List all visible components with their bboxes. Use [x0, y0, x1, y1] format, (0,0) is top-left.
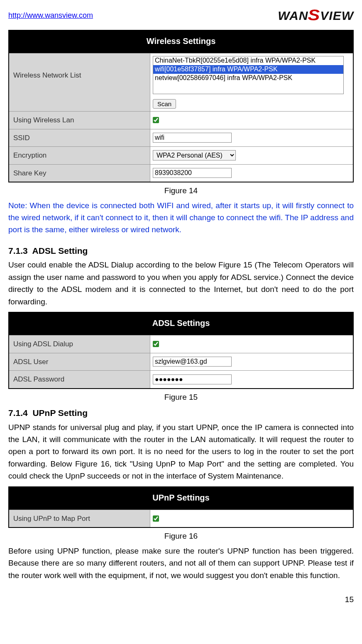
logo-s-swirl-icon: S	[308, 4, 320, 27]
upnp-heading-title: UPnP Setting	[32, 408, 88, 418]
encryption-value-cell: WPA2 Personal (AES)	[150, 147, 353, 164]
adsl-password-value-cell	[150, 371, 353, 388]
adsl-settings-title: ADSL Settings	[9, 313, 353, 335]
adsl-password-input[interactable]	[153, 374, 232, 384]
encryption-select[interactable]: WPA2 Personal (AES)	[153, 150, 236, 160]
using-upnp-label: Using UPnP to Map Port	[9, 510, 150, 527]
wifi-option-2[interactable]: netview[002586697046] infra WPA/WPA2-PSK	[153, 74, 343, 83]
scan-button[interactable]: Scan	[153, 99, 176, 109]
upnp-paragraph-1: UPNP stands for universal plug and play,…	[8, 421, 354, 482]
wireless-note-text: Note: When the device is connected both …	[8, 199, 354, 236]
page-header: http://www.wansview.com WAN S VIEW	[8, 4, 354, 27]
wireless-network-list-label: Wireless Network List	[9, 53, 150, 111]
adsl-settings-panel: ADSL Settings Using ADSL Dialup ADSL Use…	[8, 312, 354, 389]
upnp-heading: 7.1.4 UPnP Setting	[8, 406, 354, 420]
using-adsl-label: Using ADSL Dialup	[9, 335, 150, 353]
adsl-paragraph: User could enable the ADSL Dialup accord…	[8, 259, 354, 308]
logo-view-text: VIEW	[320, 6, 354, 25]
sharekey-value-cell	[150, 165, 353, 182]
figure-14-caption: Figure 14	[8, 185, 354, 197]
sharekey-input[interactable]	[153, 168, 232, 178]
ssid-label: SSID	[9, 129, 150, 147]
adsl-password-label: ADSL Password	[9, 371, 150, 388]
wireless-settings-panel: Wireless Settings Wireless Network List …	[8, 30, 354, 182]
wansview-logo: WAN S VIEW	[278, 4, 354, 27]
wireless-network-listbox[interactable]: ChinaNet-TbkR[00255e1e5d08] infra WPA/WP…	[153, 56, 344, 94]
adsl-user-value-cell	[150, 353, 353, 371]
adsl-heading-number: 7.1.3	[8, 246, 28, 255]
ssid-value-cell	[150, 129, 353, 147]
site-url-link[interactable]: http://www.wansview.com	[8, 10, 93, 21]
wireless-settings-title: Wireless Settings	[9, 31, 353, 53]
adsl-user-label: ADSL User	[9, 353, 150, 371]
using-upnp-value	[150, 510, 353, 527]
upnp-heading-number: 7.1.4	[8, 408, 28, 418]
upnp-paragraph-2: Before using UPNP function, please make …	[8, 545, 354, 581]
using-adsl-value	[150, 335, 353, 353]
logo-wan-text: WAN	[278, 6, 308, 25]
adsl-heading: 7.1.3 ADSL Setting	[8, 244, 354, 258]
adsl-heading-title: ADSL Setting	[32, 246, 88, 255]
ssid-input[interactable]	[153, 133, 232, 143]
using-adsl-checkbox[interactable]	[153, 341, 159, 347]
wireless-network-list-cell: ChinaNet-TbkR[00255e1e5d08] infra WPA/WP…	[150, 53, 353, 111]
using-wireless-value	[150, 112, 353, 129]
using-wireless-checkbox[interactable]	[153, 117, 159, 123]
using-wireless-label: Using Wireless Lan	[9, 112, 150, 129]
upnp-settings-panel: UPnP Settings Using UPnP to Map Port	[8, 486, 354, 528]
encryption-label: Encryption	[9, 147, 150, 164]
sharekey-label: Share Key	[9, 165, 150, 182]
using-upnp-checkbox[interactable]	[153, 515, 159, 522]
page-number: 15	[8, 594, 354, 606]
adsl-user-input[interactable]	[153, 357, 232, 367]
wifi-option-1[interactable]: wifi[001e58f37857] infra WPA/WPA2-PSK	[153, 65, 343, 74]
figure-16-caption: Figure 16	[8, 530, 354, 542]
upnp-settings-title: UPnP Settings	[9, 487, 353, 510]
wifi-option-0[interactable]: ChinaNet-TbkR[00255e1e5d08] infra WPA/WP…	[153, 56, 343, 65]
figure-15-caption: Figure 15	[8, 391, 354, 403]
